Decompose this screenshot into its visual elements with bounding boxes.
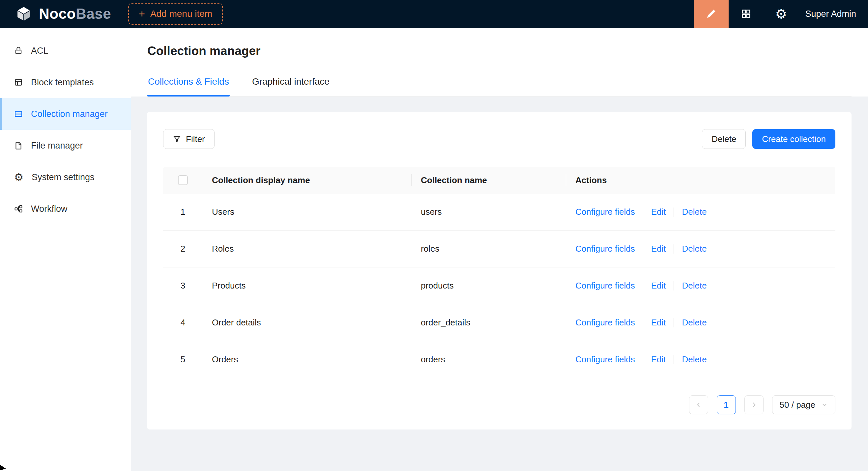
edit-link[interactable]: Edit [651, 281, 666, 291]
app-header: NocoBase + Add menu item ⚙ Super Admin [0, 0, 868, 28]
row-actions: Configure fields Edit Delete [566, 317, 835, 328]
row-actions: Configure fields Edit Delete [566, 355, 835, 365]
sidebar-item-system-settings[interactable]: ⚙ System settings [0, 161, 131, 193]
prev-page-button[interactable] [689, 395, 708, 414]
row-display-name: Products [203, 281, 411, 291]
add-menu-item-button[interactable]: + Add menu item [128, 3, 223, 25]
configure-fields-link[interactable]: Configure fields [576, 281, 635, 291]
row-index: 4 [163, 317, 203, 328]
sidebar-item-label: Collection manager [31, 109, 108, 119]
toolbar-right: Delete Create collection [702, 129, 835, 149]
sidebar-item-label: System settings [32, 172, 95, 182]
screen-corner-artifact [0, 465, 6, 470]
delete-link[interactable]: Delete [682, 281, 707, 291]
add-menu-item-label: Add menu item [150, 8, 212, 19]
page-size-select[interactable]: 50 / page [772, 395, 835, 414]
filter-label: Filter [186, 134, 205, 144]
page-number-button[interactable]: 1 [717, 395, 736, 414]
edit-link[interactable]: Edit [651, 317, 666, 328]
row-index: 5 [163, 355, 203, 365]
delete-link[interactable]: Delete [682, 244, 707, 254]
filter-button[interactable]: Filter [163, 129, 215, 149]
page-title: Collection manager [147, 44, 851, 58]
edit-link[interactable]: Edit [651, 207, 666, 217]
content-area: Filter Delete Create collection [131, 97, 868, 471]
highlighter-icon [705, 8, 717, 20]
tab-graphical-interface[interactable]: Graphical interface [251, 74, 330, 96]
configure-fields-link[interactable]: Configure fields [576, 317, 635, 328]
header-right-cluster: ⚙ Super Admin [694, 0, 868, 28]
tab-bar: Collections & Fields Graphical interface [147, 74, 851, 97]
chevron-left-icon [695, 401, 702, 408]
row-collection-name: products [411, 281, 566, 291]
current-user[interactable]: Super Admin [799, 9, 868, 19]
row-index: 3 [163, 281, 203, 291]
file-icon [14, 141, 23, 150]
delete-link[interactable]: Delete [682, 355, 707, 365]
column-header-display-name: Collection display name [203, 175, 411, 186]
filter-icon [173, 135, 181, 143]
row-collection-name: orders [411, 355, 566, 365]
configure-fields-link[interactable]: Configure fields [576, 355, 635, 365]
table-row: 2 Roles roles Configure fields Edit Dele… [163, 231, 835, 267]
grid-icon [741, 8, 752, 20]
configure-fields-link[interactable]: Configure fields [576, 244, 635, 254]
tab-collections-fields[interactable]: Collections & Fields [147, 74, 230, 96]
plugins-button[interactable] [728, 0, 764, 28]
main-area: Collection manager Collections & Fields … [131, 28, 868, 471]
card-toolbar: Filter Delete Create collection [163, 129, 835, 149]
action-divider [674, 318, 674, 327]
action-divider [643, 207, 643, 217]
sidebar-item-workflow[interactable]: Workflow [0, 193, 131, 225]
row-collection-name: roles [411, 244, 566, 254]
gear-icon: ⚙ [14, 172, 24, 182]
delete-link[interactable]: Delete [682, 317, 707, 328]
action-divider [643, 318, 643, 327]
sidebar-item-collection-manager[interactable]: Collection manager [0, 98, 131, 130]
table-row: 3 Products products Configure fields Edi… [163, 267, 835, 304]
column-header-actions: Actions [566, 175, 835, 186]
action-divider [674, 207, 674, 217]
column-header-name: Collection name [411, 175, 566, 186]
table-row: 5 Orders orders Configure fields Edit De… [163, 341, 835, 378]
next-page-button[interactable] [744, 395, 764, 414]
table-row: 4 Order details order_details Configure … [163, 304, 835, 341]
action-divider [643, 281, 643, 291]
chevron-down-icon [821, 402, 828, 408]
logo-cube-icon [14, 5, 33, 23]
ui-editor-button[interactable] [694, 0, 728, 28]
gear-icon: ⚙ [775, 7, 787, 21]
sidebar-item-file-manager[interactable]: File manager [0, 130, 131, 161]
sidebar-item-label: Workflow [31, 204, 67, 214]
workflow-icon [14, 204, 23, 213]
row-index: 2 [163, 244, 203, 254]
row-display-name: Orders [203, 355, 411, 365]
select-all-checkbox[interactable] [178, 175, 188, 185]
configure-fields-link[interactable]: Configure fields [576, 207, 635, 217]
pagination: 1 50 / page [163, 395, 835, 414]
row-display-name: Roles [203, 244, 411, 254]
chevron-right-icon [750, 401, 757, 408]
action-divider [674, 244, 674, 254]
sidebar-item-label: File manager [31, 141, 83, 151]
table-row: 1 Users users Configure fields Edit Dele… [163, 194, 835, 231]
delete-button[interactable]: Delete [702, 129, 746, 149]
row-collection-name: users [411, 207, 566, 217]
row-collection-name: order_details [411, 317, 566, 328]
action-divider [643, 355, 643, 364]
sidebar-item-acl[interactable]: ACL [0, 35, 131, 67]
edit-link[interactable]: Edit [651, 244, 666, 254]
settings-button[interactable]: ⚙ [764, 0, 799, 28]
delete-link[interactable]: Delete [682, 207, 707, 217]
create-collection-button[interactable]: Create collection [752, 129, 835, 149]
nocobase-logo[interactable]: NocoBase [0, 5, 124, 23]
layout-icon [14, 78, 23, 87]
lock-icon [14, 46, 23, 55]
edit-link[interactable]: Edit [651, 355, 666, 365]
action-divider [674, 281, 674, 291]
sidebar-item-block-templates[interactable]: Block templates [0, 67, 131, 98]
brand-name: NocoBase [39, 6, 111, 22]
page-size-value: 50 / page [780, 400, 815, 410]
row-actions: Configure fields Edit Delete [566, 244, 835, 254]
plus-icon: + [139, 8, 145, 19]
